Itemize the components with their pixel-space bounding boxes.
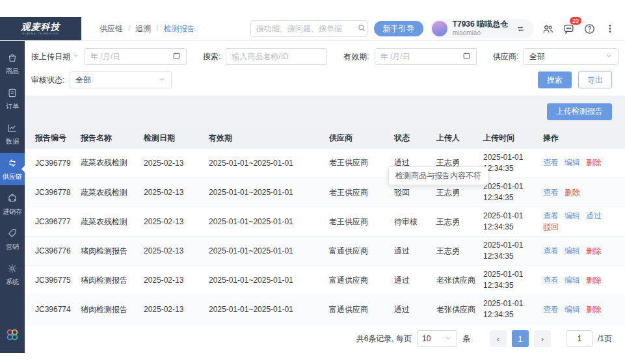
upload-date-picker[interactable] <box>85 48 187 65</box>
report-id-cell: JC396774 <box>25 295 77 324</box>
chevron-down-icon <box>72 52 79 61</box>
breadcrumb-supply-chain[interactable]: 供应链 <box>100 23 123 34</box>
report-name-cell: 猪肉检测报告 <box>77 237 140 266</box>
search-button[interactable]: 搜索 <box>538 72 572 88</box>
action-link-通过[interactable]: 通过 <box>586 211 602 220</box>
sidebar-item-orders[interactable]: 订单 <box>0 83 25 115</box>
action-link-编辑[interactable]: 编辑 <box>565 211 580 220</box>
column-header: 报告名称 <box>77 128 140 149</box>
help-icon[interactable] <box>582 21 596 36</box>
action-link-查看[interactable]: 查看 <box>543 246 559 255</box>
sidebar-item-data[interactable]: 数据 <box>0 118 25 150</box>
column-header: 操作 <box>539 128 625 149</box>
sidebar-item-label: 进销存 <box>3 207 22 216</box>
calendar-icon[interactable] <box>172 51 181 62</box>
action-link-查看[interactable]: 查看 <box>543 158 559 167</box>
action-link-删除[interactable]: 删除 <box>586 305 602 314</box>
table-toolbar: 上传检测报告 <box>25 96 625 128</box>
uploader-cell: 老张供应商 <box>432 295 479 324</box>
contacts-icon[interactable] <box>540 21 555 36</box>
test-date-cell: 2025-02-13 <box>140 266 205 295</box>
action-link-删除[interactable]: 删除 <box>586 276 602 285</box>
app-clover-logo[interactable] <box>5 328 20 344</box>
next-page-button[interactable]: › <box>534 330 551 347</box>
table-row: JC396778蔬菜农残检测2025-02-132025-01-01~2025-… <box>25 178 625 207</box>
actions-cell: 查看编辑删除 <box>539 295 625 324</box>
validity-cell: 2025-01-01~2025-01-01 <box>205 207 325 237</box>
messages-icon[interactable]: 20 <box>561 21 576 36</box>
status-cell: 待审核 <box>390 207 432 237</box>
validity-date-picker[interactable] <box>375 48 477 65</box>
audit-status-select[interactable]: 全部 <box>70 72 172 88</box>
breadcrumb-trace[interactable]: 追溯 <box>135 23 151 34</box>
newbie-guide-button[interactable]: 新手引导 <box>374 21 423 36</box>
column-header: 有效期 <box>205 128 325 149</box>
brand-logo-subtext: GUANMAI TECHNOLOGY <box>22 32 59 35</box>
action-link-驳回[interactable]: 驳回 <box>543 222 559 231</box>
action-link-编辑[interactable]: 编辑 <box>565 305 580 314</box>
action-link-删除[interactable]: 删除 <box>586 246 602 255</box>
sidebar-item-system[interactable]: 系统 <box>0 258 25 291</box>
header-right: 新手引导 T7936 喵喵总仓 miaomiao 20 <box>250 17 625 40</box>
action-link-查看[interactable]: 查看 <box>543 211 559 220</box>
upload-report-button[interactable]: 上传检测报告 <box>547 103 612 120</box>
column-header: 报告编号 <box>25 128 77 149</box>
action-link-查看[interactable]: 查看 <box>543 188 559 197</box>
product-search-box[interactable] <box>226 48 327 65</box>
current-page-button[interactable]: 1 <box>512 330 529 347</box>
page-size-select[interactable]: 10 <box>417 330 457 347</box>
sidebar-item-goods[interactable]: 商品 <box>0 47 25 80</box>
brand-logo-text: 观麦科技 <box>21 22 60 32</box>
supplier-select[interactable]: 全部 <box>524 48 618 65</box>
app-window: 观麦科技 GUANMAI TECHNOLOGY 供应链 / 追溯 / 检测报告 … <box>0 17 625 353</box>
report-name-cell: 蔬菜农残检测 <box>77 178 140 207</box>
avatar[interactable] <box>432 21 447 36</box>
sidebar-item-supply-chain[interactable]: 供应链 <box>0 153 25 185</box>
product-search-input[interactable] <box>232 52 321 61</box>
sidebar-item-label: 供应链 <box>3 172 22 181</box>
user-account-pill[interactable]: T7936 喵喵总仓 miaomiao <box>430 19 534 38</box>
page-jump-input[interactable] <box>566 330 592 347</box>
report-id-cell: JC396779 <box>25 149 77 178</box>
column-header: 状态 <box>390 128 432 149</box>
report-name-cell: 猪肉检测报告 <box>77 266 140 295</box>
upload-time-cell: 2025-01-0112:34:35 <box>479 207 539 237</box>
prev-page-button[interactable]: ‹ <box>490 330 507 347</box>
sidebar-item-inventory[interactable]: 进销存 <box>0 188 25 220</box>
upload-date-input[interactable] <box>90 52 172 61</box>
more-menu-icon[interactable] <box>603 21 617 36</box>
date-type-dropdown[interactable]: 按上传日期 <box>31 51 79 62</box>
export-button[interactable]: 导出 <box>578 72 612 88</box>
global-search-input[interactable] <box>256 24 357 33</box>
breadcrumb-separator: / <box>128 24 130 33</box>
action-link-查看[interactable]: 查看 <box>543 305 559 314</box>
breadcrumb-separator: / <box>156 24 158 33</box>
chevron-down-icon <box>158 75 166 85</box>
gear-icon <box>7 263 18 276</box>
action-link-编辑[interactable]: 编辑 <box>565 276 580 285</box>
search-icon[interactable] <box>357 23 366 34</box>
calendar-icon[interactable] <box>462 51 471 62</box>
status-tooltip: 检测商品与报告内容不符 <box>388 166 488 185</box>
record-count-text: 共6条记录, 每页 <box>356 333 412 344</box>
action-link-编辑[interactable]: 编辑 <box>565 158 580 167</box>
validity-date-input[interactable] <box>380 52 462 61</box>
filter-panel: 按上传日期 搜索: 有效期: <box>25 41 625 96</box>
goods-bag-icon <box>7 52 18 65</box>
test-date-cell: 2025-02-13 <box>140 149 205 178</box>
status-cell: 通过 <box>390 295 432 324</box>
report-name-cell: 蔬菜农残检测 <box>77 149 140 178</box>
sidebar-item-marketing[interactable]: 营销 <box>0 223 25 255</box>
action-link-删除[interactable]: 删除 <box>565 188 580 197</box>
uploader-cell: 王志勇 <box>432 237 479 266</box>
upload-time-cell: 2025-01-0112:34:35 <box>479 266 539 295</box>
order-doc-icon <box>7 87 18 100</box>
global-search-box[interactable] <box>250 20 367 37</box>
action-link-查看[interactable]: 查看 <box>543 276 559 285</box>
switch-account-icon[interactable] <box>513 21 527 36</box>
table-row: JC396777蔬菜农残检测2025-02-132025-01-01~2025-… <box>25 207 625 237</box>
uploader-cell: 王志勇 <box>432 207 479 237</box>
table-row: JC396776猪肉检测报告2025-02-132025-01-01~2025-… <box>25 237 625 266</box>
action-link-编辑[interactable]: 编辑 <box>565 246 580 255</box>
action-link-删除[interactable]: 删除 <box>586 158 602 167</box>
